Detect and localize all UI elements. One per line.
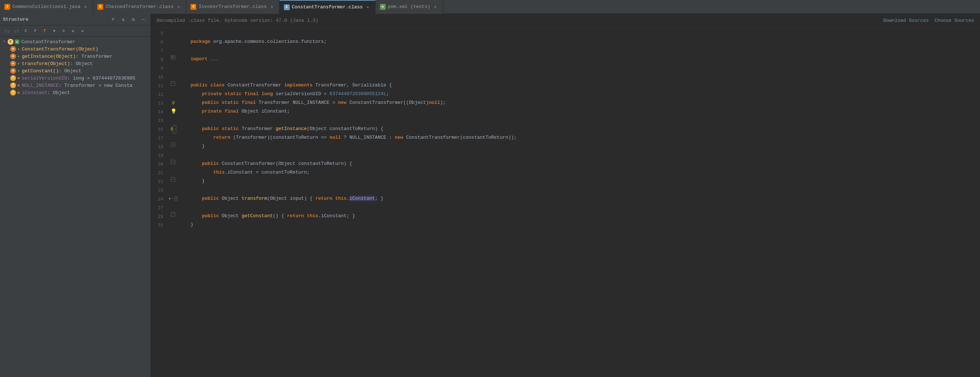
code-editor[interactable]: 5 6 package org.apache.commons.collectio… (151, 28, 980, 377)
sort-za-btn[interactable]: ↓↑ (12, 27, 21, 35)
close-panel-btn[interactable]: — (140, 16, 148, 24)
structure-tree[interactable]: ▼ C ● ConstantTransformer m ● ConstantTr… (0, 37, 151, 377)
editor-info-bar: Decompiled .class file, bytecode version… (151, 14, 980, 28)
override-indicator: ● (169, 195, 171, 203)
code-line-17: 17 return (Transformer)(constantToReturn… (151, 134, 980, 143)
tree-item-getconstant[interactable]: m ● getConstant(): Object (0, 67, 151, 74)
tab-bar: J CommonsCollections1.java ✕ C ChainedTr… (0, 0, 980, 14)
tab-close-btn[interactable]: ✕ (269, 4, 275, 10)
line-number: 20 (151, 160, 169, 168)
class-file-icon: C (191, 4, 196, 10)
line-content: this.iConstant = constantToReturn; (178, 168, 980, 176)
tree-item-label: transform(Object): Object (22, 61, 93, 67)
fold-icon[interactable]: — (171, 81, 175, 86)
editor-area: Decompiled .class file, bytecode version… (151, 14, 980, 377)
line-gutter: — (169, 81, 178, 86)
collapse-btn[interactable]: ⊖ (78, 27, 86, 35)
line-content: public ConstantTransformer(Object consta… (178, 160, 980, 168)
line-number: 16 (151, 125, 169, 134)
line-number: 9 (151, 64, 169, 73)
tree-item-iconstant[interactable]: f ■ iConstant: Object (0, 89, 151, 96)
tab-chained-transformer[interactable]: C ChainedTransformer.class ✕ (93, 0, 186, 14)
access-lock-icon: ■ (18, 76, 20, 80)
line-number: 31 (151, 221, 169, 230)
line-gutter: — (169, 143, 178, 147)
fold-icon[interactable]: — (171, 143, 175, 147)
line-number: 28 (151, 212, 169, 221)
line-number: 19 (151, 151, 169, 160)
tab-close-btn[interactable]: ✕ (83, 4, 88, 10)
field-badge: f (10, 75, 16, 81)
tree-item-serialversionuid[interactable]: f ■ serialVersionUID: long = 63744407263… (0, 74, 151, 82)
tab-label: ConstantTransformer.class (292, 4, 363, 10)
code-line-15: 15 (151, 116, 980, 125)
filter-c-btn[interactable]: C (22, 27, 30, 35)
line-number: 24 (151, 195, 169, 203)
line-gutter: — (169, 212, 178, 217)
download-sources-btn[interactable]: Download Sources (883, 18, 929, 23)
line-gutter: @ (169, 99, 178, 107)
expand-btn[interactable]: ⊕ (69, 27, 77, 35)
code-line-8: 8 ▶ import ... (151, 55, 980, 64)
java-file-icon: J (4, 4, 10, 10)
filter-dot-btn[interactable]: ● (50, 27, 58, 35)
line-content: } (178, 177, 980, 185)
method-badge: m (10, 68, 16, 74)
sort-alphabetically-btn[interactable]: ≡ (109, 16, 117, 24)
access-public-icon: ● (18, 54, 20, 59)
tree-item-class-root[interactable]: ▼ C ● ConstantTransformer (0, 38, 151, 45)
line-content: package org.apache.commons.collections.f… (178, 38, 980, 46)
line-number: 17 (151, 134, 169, 143)
code-line-7: 7 (151, 46, 980, 55)
structure-title: Structure (3, 17, 29, 22)
structure-panel: Structure ≡ ⇅ ⚙ — ↑↓ ↓↑ C P f ● ⌘ ⊕ ⊖ (0, 14, 151, 377)
tab-pom-xml[interactable]: m pom.xml (tests) ✕ (375, 0, 443, 14)
filter-f-btn[interactable]: f (41, 27, 49, 35)
code-line-27: 27 (151, 203, 980, 212)
tree-item-label: getConstant(): Object (22, 68, 81, 74)
tab-close-btn[interactable]: ✕ (433, 4, 438, 10)
tree-item-null-instance[interactable]: f ■ NULL_INSTANCE: Transformer = new Con… (0, 82, 151, 89)
app-container: J CommonsCollections1.java ✕ C ChainedTr… (0, 0, 980, 377)
field-badge: f (10, 90, 16, 95)
code-line-28: 28 — public Object getConstant() { retur… (151, 212, 980, 221)
code-line-12: 12 private static final long serialVersi… (151, 90, 980, 99)
code-line-6: 6 package org.apache.commons.collections… (151, 38, 980, 46)
tab-commons-collections[interactable]: J CommonsCollections1.java ✕ (0, 0, 93, 14)
code-line-24: 24 ●↑ — public Object transform(Object i… (151, 195, 980, 203)
tree-item-constructor[interactable]: m ● ConstantTransformer(Object) (0, 45, 151, 53)
tree-item-transform[interactable]: m ● transform(Object): Object (0, 60, 151, 67)
line-content: } (178, 143, 980, 150)
tab-close-btn[interactable]: ✕ (365, 4, 371, 10)
sort-by-type-btn[interactable]: ⇅ (119, 16, 127, 24)
tab-label: pom.xml (tests) (388, 4, 430, 10)
line-number: 12 (151, 90, 169, 99)
code-line-9: 9 (151, 64, 980, 73)
filter-cmd-btn[interactable]: ⌘ (60, 27, 68, 35)
tab-close-btn[interactable]: ✕ (176, 4, 181, 10)
fold-icon[interactable]: — (171, 177, 175, 182)
line-number: 7 (151, 46, 169, 55)
method-badge: m (10, 46, 16, 52)
filter-p-btn[interactable]: P (31, 27, 39, 35)
fold-icon[interactable]: — (171, 160, 175, 164)
sort-az-btn[interactable]: ↑↓ (3, 27, 11, 35)
fold-icon[interactable]: — (175, 196, 177, 201)
tab-invoker-transformer[interactable]: C InvokerTransformer.class ✕ (186, 0, 279, 14)
code-line-22: 22 — } (151, 177, 980, 186)
code-line-11: 11 — public class ConstantTransformer im… (151, 81, 980, 90)
method-badge: m (10, 61, 16, 67)
choose-sources-btn[interactable]: Choose Sources (935, 18, 974, 23)
line-number: 6 (151, 38, 169, 46)
settings-btn[interactable]: ⚙ (129, 16, 137, 24)
line-content: public Object getConstant() { return thi… (178, 212, 980, 220)
fold-icon[interactable]: ▶ (171, 55, 175, 60)
line-number: 13 (151, 99, 169, 108)
code-line-18: 18 — } (151, 143, 980, 151)
line-content: private static final long serialVersionU… (178, 90, 980, 98)
fold-icon[interactable]: — (171, 212, 175, 217)
access-public-icon: ● (15, 40, 19, 44)
tab-constant-transformer[interactable]: C ConstantTransformer.class ✕ (280, 0, 375, 14)
tree-item-getinstance[interactable]: m ● getInstance(Object): Transformer (0, 53, 151, 60)
class-badge: C (8, 39, 13, 45)
